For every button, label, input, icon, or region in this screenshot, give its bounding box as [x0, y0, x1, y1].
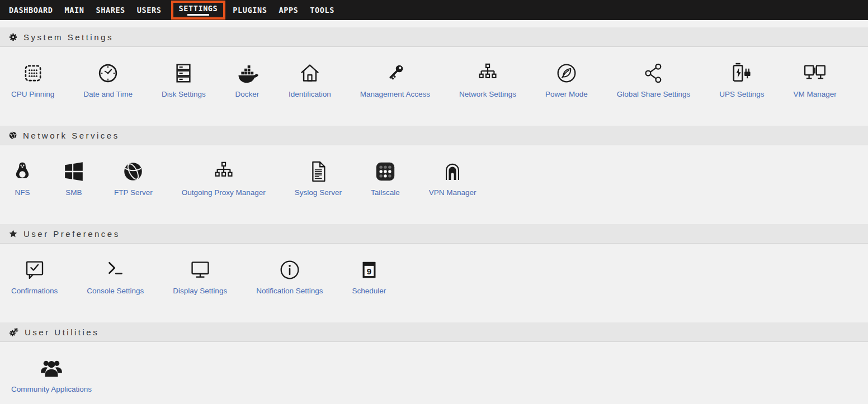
item-label[interactable]: VM Manager — [794, 90, 837, 98]
item-label[interactable]: Identification — [289, 90, 331, 98]
nav-item-label: USERS — [137, 6, 162, 15]
item-label[interactable]: Docker — [235, 90, 259, 98]
chat-check-icon — [23, 257, 46, 283]
nav-item-settings[interactable]: SETTINGS — [171, 1, 226, 20]
terminal-icon — [103, 257, 127, 283]
star-icon — [8, 229, 18, 239]
item-label[interactable]: CPU Pinning — [11, 90, 54, 98]
info-circle-icon — [278, 257, 301, 283]
key-icon — [383, 60, 407, 86]
section-title: User Preferences — [23, 229, 120, 239]
tux-icon — [11, 159, 34, 184]
dual-monitor-icon — [803, 60, 827, 86]
section-title: Network Services — [23, 131, 120, 140]
monitor-icon — [188, 257, 212, 283]
item-label[interactable]: Scheduler — [352, 287, 386, 295]
item-label[interactable]: Date and Time — [83, 90, 133, 98]
settings-item-cpu-pinning[interactable]: CPU Pinning — [8, 60, 69, 98]
home-icon — [298, 60, 322, 86]
users-group-icon — [39, 355, 64, 381]
settings-item-date-and-time[interactable]: Date and Time — [69, 60, 147, 98]
item-label[interactable]: FTP Server — [114, 188, 153, 197]
settings-item-ups-settings[interactable]: UPS Settings — [705, 60, 779, 98]
cpu-pinning-icon — [21, 60, 45, 86]
settings-item-docker[interactable]: Docker — [220, 60, 274, 98]
settings-item-management-access[interactable]: Management Access — [346, 60, 445, 98]
item-label[interactable]: SMB — [65, 188, 82, 197]
gears-icon — [8, 327, 19, 337]
item-label[interactable]: Syslog Server — [295, 188, 342, 197]
active-tab-underline — [187, 14, 209, 16]
item-label[interactable]: VPN Manager — [429, 188, 477, 197]
globe-filled-icon — [121, 159, 145, 184]
item-label[interactable]: Tailscale — [371, 188, 400, 197]
item-label[interactable]: Network Settings — [459, 90, 516, 98]
item-label[interactable]: Disk Settings — [162, 90, 206, 98]
tunnel-icon — [441, 159, 464, 184]
nav-item-tools[interactable]: TOOLS — [310, 6, 334, 15]
settings-item-tailscale[interactable]: Tailscale — [356, 159, 414, 197]
item-label[interactable]: Community Applications — [11, 385, 92, 393]
settings-item-vm-manager[interactable]: VM Manager — [779, 60, 851, 98]
nav-gap — [0, 20, 868, 27]
item-label[interactable]: Console Settings — [87, 287, 144, 295]
settings-item-power-mode[interactable]: Power Mode — [531, 60, 602, 98]
nav-item-dashboard[interactable]: DASHBOARD — [9, 6, 53, 15]
section-content-user-utilities: Community Applications — [0, 342, 868, 399]
share-nodes-icon — [642, 60, 666, 86]
settings-item-outgoing-proxy-manager[interactable]: Outgoing Proxy Manager — [167, 159, 280, 197]
tailscale-icon — [374, 159, 397, 184]
section-title: System Settings — [23, 32, 114, 42]
settings-item-ftp-server[interactable]: FTP Server — [100, 159, 167, 197]
item-label[interactable]: Power Mode — [545, 90, 588, 98]
nav-item-label: MAIN — [65, 6, 84, 15]
settings-item-community-applications[interactable]: Community Applications — [8, 355, 106, 393]
item-label[interactable]: Management Access — [360, 90, 430, 98]
top-navigation: DASHBOARDMAINSHARESUSERSSETTINGSPLUGINSA… — [0, 0, 868, 20]
calendar-icon: 9 — [358, 257, 380, 283]
settings-item-global-share-settings[interactable]: Global Share Settings — [602, 60, 705, 98]
sitemap-icon — [212, 159, 235, 184]
settings-item-display-settings[interactable]: Display Settings — [158, 257, 242, 295]
nav-item-shares[interactable]: SHARES — [96, 6, 125, 15]
item-label[interactable]: Notification Settings — [256, 287, 323, 295]
settings-item-disk-settings[interactable]: Disk Settings — [147, 60, 220, 98]
settings-item-scheduler[interactable]: 9Scheduler — [337, 257, 400, 295]
settings-item-nfs[interactable]: NFS — [8, 159, 48, 197]
nav-item-label: SETTINGS — [179, 4, 218, 13]
settings-item-network-settings[interactable]: Network Settings — [445, 60, 531, 98]
nav-item-label: PLUGINS — [233, 6, 267, 15]
item-label[interactable]: UPS Settings — [719, 90, 764, 98]
item-label[interactable]: Global Share Settings — [617, 90, 690, 98]
nav-item-label: APPS — [279, 6, 298, 15]
nav-item-main[interactable]: MAIN — [65, 6, 84, 15]
section-content-user-preferences: Confirmations Console Settings Display S… — [0, 244, 868, 322]
nav-item-plugins[interactable]: PLUGINS — [233, 6, 267, 15]
svg-text:9: 9 — [367, 267, 371, 276]
battery-plug-icon — [729, 60, 754, 86]
settings-item-smb[interactable]: SMB — [48, 159, 100, 197]
settings-item-confirmations[interactable]: Confirmations — [8, 257, 72, 295]
settings-item-notification-settings[interactable]: Notification Settings — [242, 257, 337, 295]
section-header-system-settings: System Settings — [0, 27, 868, 47]
section-header-user-utilities: User Utilities — [0, 322, 868, 342]
settings-item-syslog-server[interactable]: Syslog Server — [280, 159, 356, 197]
item-label[interactable]: Display Settings — [173, 287, 227, 295]
settings-item-identification[interactable]: Identification — [274, 60, 346, 98]
nav-item-apps[interactable]: APPS — [279, 6, 298, 15]
log-file-icon — [306, 159, 330, 184]
section-title: User Utilities — [25, 327, 99, 337]
item-label[interactable]: Confirmations — [11, 287, 58, 295]
settings-item-vpn-manager[interactable]: VPN Manager — [414, 159, 491, 197]
disk-stack-icon — [172, 60, 195, 86]
section-content-system-settings: CPU Pinning Date and Time Disk Settings … — [0, 47, 868, 126]
item-label[interactable]: NFS — [15, 188, 30, 197]
section-header-user-preferences: User Preferences — [0, 224, 868, 244]
gear-icon — [8, 32, 18, 42]
settings-item-console-settings[interactable]: Console Settings — [72, 257, 158, 295]
nav-item-label: TOOLS — [310, 6, 334, 15]
leaf-circle-icon — [555, 60, 578, 86]
nav-item-users[interactable]: USERS — [137, 6, 162, 15]
item-label[interactable]: Outgoing Proxy Manager — [182, 188, 266, 197]
settings-page: System Settings CPU Pinning Date and Tim… — [0, 27, 868, 399]
